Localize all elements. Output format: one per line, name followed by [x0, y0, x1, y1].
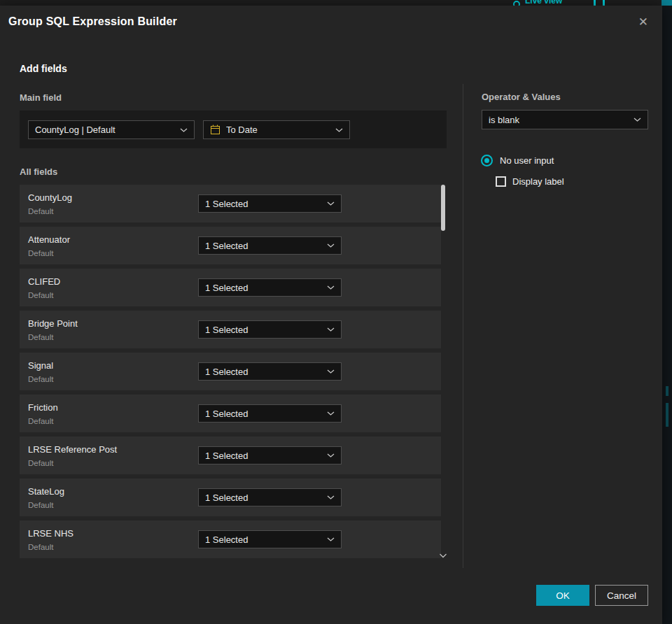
toolbar-icon[interactable] [594, 0, 596, 6]
date-field-select[interactable]: To Date [203, 120, 350, 139]
live-view-toggle[interactable]: Live view [525, 0, 562, 6]
dropdown-value: 1 Selected [205, 409, 323, 419]
field-info: Friction Default [20, 402, 198, 425]
main-field-select[interactable]: CountyLog | Default [28, 120, 195, 139]
close-icon[interactable]: ✕ [636, 13, 651, 31]
field-name: CLIFED [28, 276, 198, 287]
field-info: Signal Default [20, 360, 198, 383]
field-row: LRSE Reference Post Default 1 Selected [20, 437, 441, 474]
dialog-footer: OK Cancel [536, 585, 648, 606]
chevron-down-icon [327, 411, 335, 416]
field-selected-dropdown[interactable]: 1 Selected [198, 194, 342, 213]
radio-selected-icon[interactable] [481, 155, 493, 166]
dropdown-value: To Date [226, 125, 331, 135]
chevron-down-icon [327, 369, 335, 374]
display-label-checkbox[interactable]: Display label [496, 176, 564, 187]
field-selected-dropdown[interactable]: 1 Selected [198, 488, 342, 506]
chevron-down-icon [634, 118, 641, 122]
dialog-title: Group SQL Expression Builder [8, 15, 177, 28]
chevron-down-icon [327, 285, 335, 290]
field-name: Signal [28, 360, 198, 371]
field-name: LRSE Reference Post [28, 444, 198, 455]
dropdown-value: CountyLog | Default [35, 125, 176, 135]
field-subtitle: Default [28, 501, 198, 509]
field-name: CountyLog [28, 192, 198, 203]
field-row: Signal Default 1 Selected [20, 353, 441, 390]
field-selected-dropdown[interactable]: 1 Selected [198, 404, 342, 423]
chevron-down-icon [327, 327, 335, 332]
ok-button[interactable]: OK [536, 585, 589, 606]
operator-values-label: Operator & Values [482, 92, 561, 102]
field-info: Bridge Point Default [20, 318, 198, 341]
app-topbar: Live view [0, 0, 672, 6]
field-subtitle: Default [28, 375, 198, 383]
field-subtitle: Default [28, 333, 198, 341]
field-row: CountyLog Default 1 Selected [20, 185, 441, 222]
dropdown-value: 1 Selected [205, 367, 323, 377]
toolbar-icon[interactable] [603, 0, 605, 6]
field-row: LRSE NHS Default 1 Selected [20, 520, 441, 558]
dropdown-value: 1 Selected [205, 241, 323, 251]
dropdown-value: 1 Selected [205, 283, 323, 293]
field-name: StateLog [28, 486, 198, 497]
field-row: Attenuator Default 1 Selected [20, 227, 441, 264]
field-row: Friction Default 1 Selected [20, 395, 441, 432]
field-name: Bridge Point [28, 318, 198, 329]
field-info: Attenuator Default [20, 234, 198, 257]
field-row: CLIFED Default 1 Selected [20, 269, 441, 306]
fields-list-scrollbar[interactable] [441, 185, 445, 558]
field-info: LRSE Reference Post Default [20, 444, 198, 467]
field-selected-dropdown[interactable]: 1 Selected [198, 530, 342, 548]
no-user-input-radio[interactable]: No user input [481, 155, 554, 166]
field-info: CountyLog Default [20, 192, 198, 215]
chevron-down-icon [180, 128, 188, 132]
toolbar-active-tool[interactable] [662, 0, 672, 6]
calendar-icon [210, 125, 220, 135]
scroll-down-icon[interactable] [439, 553, 447, 558]
checkbox-label[interactable]: Display label [512, 176, 564, 187]
cancel-button[interactable]: Cancel [595, 585, 648, 606]
side-strip-mark [666, 403, 668, 427]
column-divider [463, 84, 463, 568]
dialog-header: Group SQL Expression Builder ✕ [0, 6, 662, 38]
dropdown-value: 1 Selected [205, 534, 323, 545]
checkbox-unchecked-icon[interactable] [496, 176, 506, 187]
side-strip-mark [666, 386, 668, 396]
add-fields-heading: Add fields [20, 63, 67, 74]
field-subtitle: Default [28, 417, 198, 425]
chevron-down-icon [327, 495, 335, 499]
field-selected-dropdown[interactable]: 1 Selected [198, 320, 342, 339]
field-subtitle: Default [28, 459, 198, 467]
field-subtitle: Default [28, 249, 198, 257]
field-row: Bridge Point Default 1 Selected [20, 311, 441, 348]
field-selected-dropdown[interactable]: 1 Selected [198, 362, 342, 381]
scrollbar-thumb[interactable] [441, 185, 445, 231]
dropdown-value: 1 Selected [205, 199, 323, 209]
field-name: Attenuator [28, 234, 198, 245]
dropdown-value: is blank [489, 115, 629, 125]
field-subtitle: Default [28, 207, 198, 215]
operator-select[interactable]: is blank [482, 110, 648, 129]
field-subtitle: Default [28, 291, 198, 299]
field-subtitle: Default [28, 543, 198, 551]
field-info: CLIFED Default [20, 276, 198, 299]
field-selected-dropdown[interactable]: 1 Selected [198, 278, 342, 297]
field-selected-dropdown[interactable]: 1 Selected [198, 446, 342, 465]
dropdown-value: 1 Selected [205, 492, 323, 503]
chevron-down-icon [327, 453, 335, 458]
field-info: LRSE NHS Default [20, 528, 198, 551]
chevron-down-icon [335, 128, 343, 132]
field-name: LRSE NHS [28, 528, 198, 539]
field-name: Friction [28, 402, 198, 413]
all-fields-label: All fields [20, 166, 57, 177]
radio-label[interactable]: No user input [500, 155, 554, 166]
app-side-strip [662, 6, 672, 624]
field-selected-dropdown[interactable]: 1 Selected [198, 236, 342, 255]
field-info: StateLog Default [20, 486, 198, 509]
radio-dot [484, 158, 489, 163]
main-field-label: Main field [20, 92, 62, 103]
live-view-indicator-icon [513, 1, 520, 6]
group-sql-expression-builder-dialog: Group SQL Expression Builder ✕ Add field… [0, 6, 662, 624]
chevron-down-icon [327, 537, 335, 541]
screen: Live view Group SQL Expression Builder ✕… [0, 0, 672, 624]
